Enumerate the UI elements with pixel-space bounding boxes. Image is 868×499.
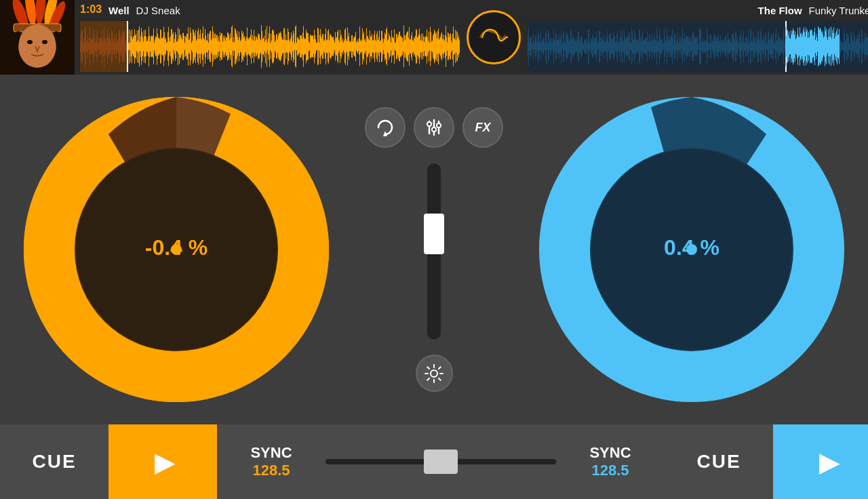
right-track-title: The Flow — [758, 5, 802, 16]
left-cue-label: CUE — [32, 451, 76, 473]
right-sync-label: SYNC — [589, 444, 631, 462]
crossfader-handle[interactable] — [424, 450, 458, 474]
right-cue-button[interactable]: CUE — [665, 424, 773, 499]
volume-fader-container — [427, 148, 441, 355]
left-cue-button[interactable]: CUE — [0, 424, 108, 499]
left-track-artist: DJ Sneak — [136, 5, 180, 16]
crossfader-track[interactable] — [326, 459, 556, 464]
svg-point-38 — [427, 122, 431, 126]
main-area: -0.4 % — [0, 75, 868, 424]
crossfader-area[interactable] — [326, 424, 556, 499]
fx-button[interactable]: FX — [462, 107, 503, 148]
left-play-button[interactable]: ▶ — [108, 424, 217, 499]
left-deck-wheel[interactable]: -0.4 % — [14, 87, 339, 412]
left-album-art[interactable] — [0, 0, 75, 75]
right-cue-label: CUE — [696, 451, 741, 473]
bottom-bar: CUE ▶ SYNC 128.5 SYNC 128.5 CUE ▶ — [0, 424, 868, 499]
left-bpm: 128.5 — [252, 462, 290, 479]
right-track-artist: Funky Trunkers — [809, 5, 868, 16]
right-play-icon: ▶ — [819, 446, 840, 477]
svg-point-10 — [42, 40, 47, 44]
left-sync-label: SYNC — [250, 444, 292, 462]
top-control-buttons: FX — [365, 107, 503, 148]
settings-button[interactable] — [416, 355, 453, 392]
svg-point-9 — [27, 40, 33, 44]
volume-fader-handle[interactable] — [424, 214, 444, 254]
loop-button[interactable] — [365, 107, 406, 148]
left-play-icon: ▶ — [155, 446, 176, 477]
svg-point-41 — [431, 370, 437, 377]
right-deck-wheel[interactable]: 0.4 % — [529, 87, 854, 412]
svg-point-39 — [432, 127, 436, 132]
svg-point-8 — [18, 24, 56, 68]
right-bpm: 128.5 — [591, 462, 629, 479]
app-logo — [460, 0, 528, 75]
right-play-button[interactable]: ▶ — [773, 424, 868, 499]
right-sync-button[interactable]: SYNC 128.5 — [556, 424, 665, 499]
svg-point-46 — [686, 244, 697, 255]
svg-point-33 — [171, 244, 182, 255]
right-waveform[interactable] — [528, 21, 868, 72]
svg-point-40 — [437, 123, 441, 127]
left-track-time: 1:03 — [80, 3, 102, 16]
volume-fader-track[interactable] — [427, 163, 441, 340]
fx-label: FX — [475, 121, 490, 135]
left-sync-button[interactable]: SYNC 128.5 — [217, 424, 326, 499]
top-bar: 1:03 Well DJ Sneak The Flow Funky Trunke… — [0, 0, 868, 75]
left-track-title: Well — [108, 5, 130, 16]
eq-button[interactable] — [414, 107, 454, 148]
center-controls: FX — [366, 87, 502, 412]
left-waveform[interactable] — [80, 21, 460, 72]
